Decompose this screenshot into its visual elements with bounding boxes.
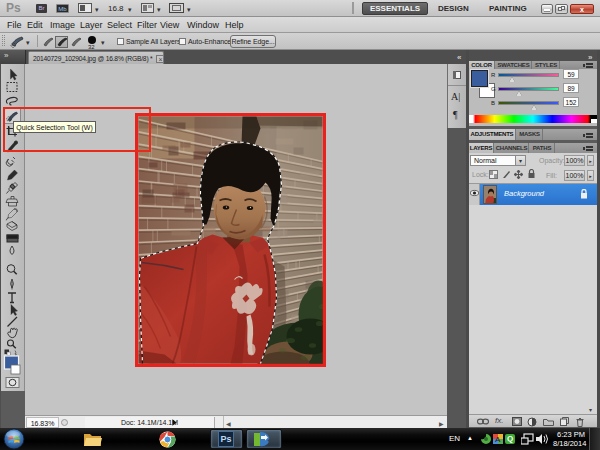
svg-text:A: A [495, 435, 501, 444]
